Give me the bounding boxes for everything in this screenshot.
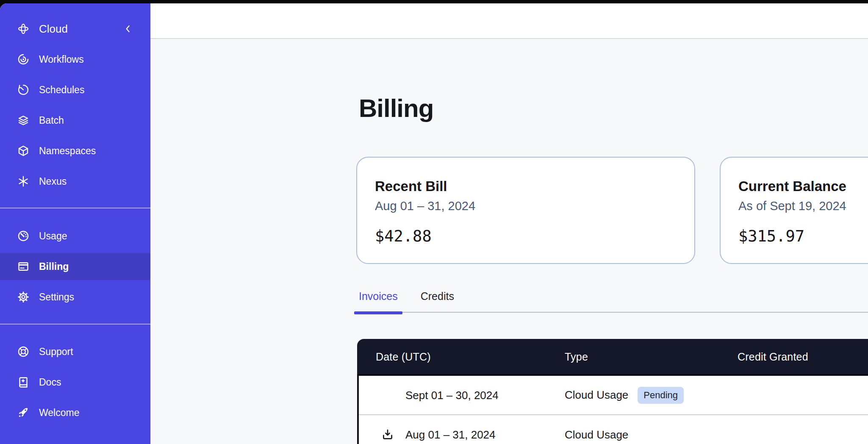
invoice-type-cell: Cloud Usage	[565, 428, 628, 441]
screen: Cloud Workflows	[0, 0, 868, 444]
card-title: Current Balance	[738, 177, 868, 196]
status-badge: Pending	[638, 387, 684, 404]
recent-bill-card: Recent Bill Aug 01 – 31, 2024 $42.88	[356, 157, 695, 264]
invoice-date: Sept 01 – 30, 2024	[405, 388, 499, 402]
download-invoice-button[interactable]	[381, 428, 394, 441]
sidebar-item-label: Namespaces	[39, 145, 96, 157]
sidebar-item-namespaces[interactable]: Namespaces	[0, 136, 150, 166]
top-bar	[150, 3, 868, 39]
billing-tabs: Invoices Credits	[354, 290, 868, 313]
summary-cards: Recent Bill Aug 01 – 31, 2024 $42.88 Cur…	[356, 157, 868, 264]
sidebar-item-label: Settings	[39, 291, 74, 303]
sidebar-item-label: Schedules	[39, 84, 84, 96]
table-body: Sept 01 – 30, 2024 Cloud Usage Pending	[357, 376, 868, 444]
sidebar-brand-label: Cloud	[39, 22, 68, 36]
card-period: As of Sept 19, 2024	[738, 197, 868, 214]
card-title: Recent Bill	[375, 177, 677, 196]
sidebar-item-label: Docs	[39, 377, 61, 388]
invoices-table: Date (UTC) Type Credit Granted Sept 01 –…	[357, 339, 868, 444]
sidebar-item-docs[interactable]: Docs	[0, 367, 150, 397]
table-row[interactable]: Aug 01 – 31, 2024 Cloud Usage	[359, 415, 868, 444]
batch-layers-icon	[17, 114, 30, 127]
sidebar-divider	[0, 324, 150, 325]
current-balance-card: Current Balance As of Sept 19, 2024 $315…	[720, 157, 868, 264]
tab-credits[interactable]: Credits	[416, 290, 459, 312]
sidebar-item-label: Billing	[39, 261, 69, 272]
sidebar-item-label: Welcome	[39, 407, 79, 419]
sidebar-item-label: Workflows	[39, 54, 84, 65]
support-lifebuoy-icon	[17, 345, 30, 358]
table-header: Date (UTC) Type Credit Granted	[357, 339, 868, 376]
settings-gear-icon	[17, 291, 30, 303]
column-header-credit-granted: Credit Granted	[738, 350, 808, 363]
namespaces-cube-icon	[17, 144, 30, 157]
sidebar-item-usage[interactable]: Usage	[0, 221, 150, 251]
docs-book-icon	[17, 376, 30, 388]
billing-card-icon	[17, 260, 30, 273]
sidebar-item-label: Support	[39, 346, 73, 358]
sidebar-item-label: Nexus	[39, 176, 67, 187]
app-window: Cloud Workflows	[0, 3, 868, 444]
column-header-type: Type	[565, 350, 588, 363]
sidebar-collapse-button[interactable]	[122, 22, 134, 35]
chevron-left-icon	[122, 23, 133, 34]
temporal-logo-icon	[17, 22, 30, 35]
sidebar-item-settings[interactable]: Settings	[0, 282, 150, 312]
welcome-rocket-icon	[17, 406, 30, 419]
table-row[interactable]: Sept 01 – 30, 2024 Cloud Usage Pending	[359, 376, 868, 415]
column-header-date: Date (UTC)	[376, 350, 431, 363]
sidebar-item-label: Batch	[39, 115, 64, 126]
card-amount: $315.97	[738, 225, 868, 247]
sidebar-brand-cloud[interactable]: Cloud	[0, 14, 150, 44]
sidebar-item-billing[interactable]: Billing	[0, 251, 150, 282]
sidebar-item-welcome[interactable]: Welcome	[0, 397, 150, 428]
invoice-type: Cloud Usage	[565, 428, 628, 441]
card-period: Aug 01 – 31, 2024	[375, 197, 677, 214]
page-title: Billing	[359, 93, 433, 124]
download-icon	[381, 428, 394, 441]
schedules-icon	[17, 83, 30, 96]
sidebar-item-batch[interactable]: Batch	[0, 105, 150, 136]
sidebar-divider	[0, 208, 150, 208]
nexus-asterisk-icon	[17, 175, 30, 188]
workflows-icon	[17, 53, 30, 66]
sidebar-item-workflows[interactable]: Workflows	[0, 44, 150, 75]
invoice-date: Aug 01 – 31, 2024	[405, 428, 496, 441]
invoice-type-cell: Cloud Usage Pending	[565, 387, 684, 404]
sidebar: Cloud Workflows	[0, 3, 150, 444]
tab-invoices[interactable]: Invoices	[354, 290, 402, 312]
card-amount: $42.88	[375, 225, 677, 247]
main-content: Billing Recent Bill Aug 01 – 31, 2024 $4…	[150, 39, 868, 444]
sidebar-item-support[interactable]: Support	[0, 336, 150, 367]
usage-gauge-icon	[17, 230, 30, 242]
sidebar-item-label: Usage	[39, 230, 67, 242]
invoice-type: Cloud Usage	[565, 388, 628, 402]
sidebar-item-nexus[interactable]: Nexus	[0, 166, 150, 197]
sidebar-item-schedules[interactable]: Schedules	[0, 75, 150, 105]
